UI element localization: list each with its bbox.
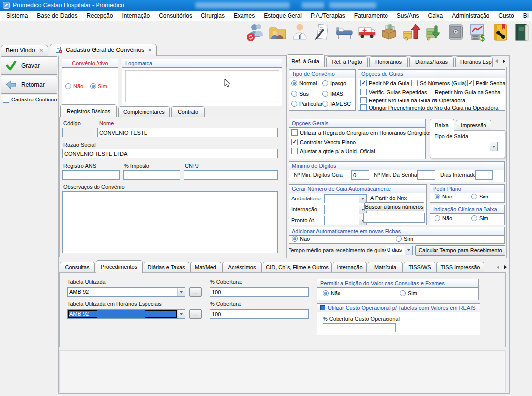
checkbox-regra-cirurgiao[interactable]: Utilizar a Regra do Cirurgião em Honorár… <box>291 129 432 136</box>
cnpj-field[interactable] <box>184 170 278 180</box>
registro-ans-field[interactable] <box>62 170 120 180</box>
radio-tipo-ipasgo[interactable]: Ipasgo <box>322 80 346 86</box>
checkbox-repetir-nro-guia-senha[interactable]: Repetir Nro Guia na Senha <box>427 89 501 95</box>
tab-tiss-ws[interactable]: TISS/WS <box>404 262 435 272</box>
menu-item-recepcao[interactable]: Recepção <box>82 11 117 20</box>
tabela-browse-button[interactable]: ... <box>189 287 202 297</box>
revenue-up-icon[interactable] <box>401 22 421 43</box>
cadastro-continuo-toggle[interactable]: Cadastro Contínuo <box>1 95 57 104</box>
ambulatorio-combo[interactable] <box>324 194 367 203</box>
tab-ref-a-pagto[interactable]: Ref. à Pagto <box>326 56 368 67</box>
safe-icon[interactable] <box>446 22 466 43</box>
checkbox-verific-guias-repetidas[interactable]: Verific. Guias Repetidas <box>360 89 427 95</box>
tab-cadastro-geral-de-convenios[interactable]: Cadastro Geral de Convênios ✕ <box>50 44 157 56</box>
radio-indicacao-sim[interactable]: Sim <box>471 215 488 221</box>
cobertura-custo-field[interactable] <box>323 323 396 332</box>
menu-item-caixa[interactable]: Caixa <box>424 11 448 20</box>
cobertura1-field[interactable] <box>210 287 309 297</box>
a-partir-do-nro-field[interactable] <box>363 213 425 223</box>
codigo-field[interactable] <box>62 128 94 137</box>
tipo-saida-combo[interactable] <box>435 142 498 151</box>
tab-tiss-impressao[interactable]: TISS Impressão <box>436 262 484 272</box>
menu-item-bi[interactable]: BI <box>519 11 532 20</box>
menu-item-administracao[interactable]: Administração <box>447 11 494 20</box>
buscar-ultimos-numeros-button[interactable]: Buscar últimos números <box>364 202 424 211</box>
doctor-icon[interactable] <box>290 22 310 43</box>
radio-convenio-ativo-nao[interactable]: Não <box>65 83 83 89</box>
stock-supplies-icon[interactable] <box>379 22 399 43</box>
radio-pedir-plano-sim[interactable]: Sim <box>471 194 488 199</box>
radio-indicacao-nao[interactable]: Não <box>435 215 452 221</box>
tab-cid-chs-filme-outros[interactable]: CID, Ch´s, Filme e Outros <box>263 262 332 272</box>
tab-diarias-e-taxas[interactable]: Diárias e Taxas <box>144 262 189 272</box>
phone-book-icon[interactable] <box>490 22 510 43</box>
expense-down-icon[interactable] <box>424 22 443 43</box>
ambulance-icon[interactable] <box>357 22 377 43</box>
billing-chart-icon[interactable]: $ <box>468 22 488 43</box>
menu-item-sus-ans[interactable]: Sus/Ans <box>392 11 424 20</box>
imposto-field[interactable] <box>123 170 180 180</box>
menu-item-faturamento[interactable]: Faturamento <box>350 11 392 20</box>
tab-bem-vindo[interactable]: Bem Vindo ✕ <box>1 45 48 56</box>
checkbox-ajustar-qtde[interactable]: Ajustar a qtde p/ a Unid. Oficial <box>291 148 375 154</box>
prescription-icon[interactable] <box>312 22 332 43</box>
logomarca-image-box[interactable] <box>125 70 279 102</box>
tab-registros-basicos[interactable]: Registros Básicos <box>60 104 117 117</box>
detail-tab-scroll-right-icon[interactable] <box>502 264 509 271</box>
calcular-tempo-button[interactable]: Calcular Tempo para Recebimento <box>415 245 505 256</box>
tab-contrato[interactable]: Contrato <box>171 106 205 117</box>
menu-item-consultorios[interactable]: Consultórios <box>154 11 196 20</box>
checkbox-pedir-senha[interactable]: Pedir Senha <box>467 80 506 86</box>
retornar-button[interactable]: Retornar <box>1 76 57 94</box>
radio-adicionar-sim[interactable]: Sim <box>396 236 413 242</box>
checkbox-so-numeros-guia[interactable]: Só Números (Guia) <box>411 80 467 86</box>
tabela-utilizada-combo[interactable]: AMB 92 <box>67 287 185 297</box>
radio-permitir-sim[interactable]: Sim <box>400 290 417 296</box>
tempo-medio-combo[interactable]: 0 dias <box>386 246 413 255</box>
radio-tipo-iamesc[interactable]: IAMESC <box>322 101 351 107</box>
menu-item-exames[interactable]: Exames <box>229 11 259 20</box>
tab-horarios-especiais[interactable]: Horários Especia <box>455 56 493 67</box>
tab-internacao[interactable]: Internação <box>333 262 367 272</box>
razao-social-field[interactable] <box>62 149 278 158</box>
tab-honorarios[interactable]: Honorários <box>369 56 408 67</box>
checkbox-repetir-nro-guia-operadora[interactable]: Repetir Nro Guia na Guia da Operadora <box>360 97 465 103</box>
close-icon[interactable]: ✕ <box>39 48 43 53</box>
radio-tipo-particular[interactable]: Particular <box>291 101 322 107</box>
pronto-at-combo[interactable] <box>324 216 367 225</box>
tabela-especiais-browse-button[interactable]: ... <box>189 309 202 319</box>
tab-impressao[interactable]: Impressão <box>456 120 491 130</box>
user-folder-icon[interactable] <box>268 22 288 43</box>
tabela-especiais-combo[interactable]: AMB 92 <box>67 309 185 319</box>
menu-item-pa-terapias[interactable]: P.A./Terapias <box>306 11 350 20</box>
hospital-bed-icon[interactable] <box>335 22 354 43</box>
tab-diarias-taxas[interactable]: Diárias/Taxas <box>409 56 454 67</box>
radio-permitir-nao[interactable]: Não <box>323 290 340 296</box>
tab-consultas[interactable]: Consultas <box>60 262 95 272</box>
tab-complementares[interactable]: Complementares <box>118 106 170 117</box>
checkbox-controlar-vencto-plano[interactable]: Controlar Vencto Plano <box>291 139 356 145</box>
gravar-button[interactable]: Gravar <box>1 56 57 75</box>
radio-adicionar-nao[interactable]: Não <box>292 236 310 242</box>
radio-tipo-normal[interactable]: Normal <box>291 80 317 86</box>
close-icon[interactable]: ✕ <box>148 48 152 53</box>
users-refresh-icon[interactable] <box>245 22 265 43</box>
tab-procedimentos[interactable]: Procedimentos <box>96 260 143 273</box>
checkbox-obrigar-preenchimento-nro[interactable]: Obrigar Preenchimento do Nro da Guia na … <box>360 104 498 111</box>
min-senha-field[interactable] <box>417 170 435 180</box>
cobertura2-field[interactable] <box>210 309 309 319</box>
menu-item-custo[interactable]: Custo <box>494 11 518 20</box>
nome-field[interactable] <box>97 128 278 137</box>
checkbox-pedir-numero-guia[interactable]: Pedir Nº da Guia <box>360 80 409 86</box>
menu-item-base-de-dados[interactable]: Base de Dados <box>32 11 82 20</box>
min-digitos-guia-field[interactable] <box>351 170 369 180</box>
menu-item-cirurgias[interactable]: Cirurgias <box>196 11 229 20</box>
menu-item-internacao[interactable]: Internação <box>117 11 154 20</box>
manual-book-icon[interactable] <box>513 22 532 43</box>
menu-item-estoque-geral[interactable]: Estoque Geral <box>259 11 306 20</box>
radio-pedir-plano-nao[interactable]: Não <box>435 194 452 199</box>
detail-tab-scroll-left-icon[interactable] <box>495 264 501 271</box>
menu-item-sistema[interactable]: Sistema <box>2 11 32 20</box>
tab-scroll-left-icon[interactable] <box>493 58 500 65</box>
radio-convenio-ativo-sim[interactable]: Sim <box>90 83 107 89</box>
